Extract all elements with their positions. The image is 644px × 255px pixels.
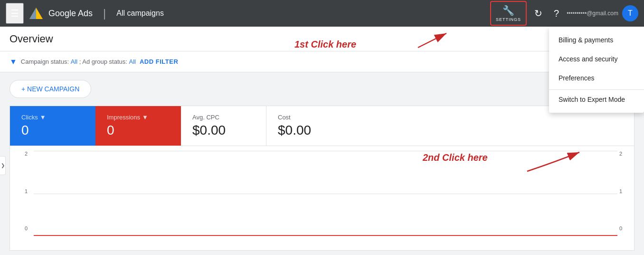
y-label-1-left: 1 bbox=[25, 188, 28, 194]
add-filter-button[interactable]: ADD FILTER bbox=[140, 58, 178, 65]
chart-baseline bbox=[34, 235, 617, 236]
page-title: Overview bbox=[9, 33, 53, 45]
impressions-value: 0 bbox=[107, 123, 170, 138]
campaign-toolbar: + NEW CAMPAIGN ⬇ DOWNLOAD 💬 FEEDBA... ⋮ bbox=[9, 80, 635, 98]
impressions-label: Impressions ▼ bbox=[107, 114, 170, 121]
page-subtitle: All campaigns bbox=[116, 9, 164, 18]
y-label-2-right: 2 bbox=[619, 151, 622, 157]
settings-button[interactable]: 🔧 SETTINGS bbox=[490, 1, 527, 26]
main-panel: + NEW CAMPAIGN ⬇ DOWNLOAD 💬 FEEDBA... ⋮ bbox=[0, 72, 644, 255]
settings-icon: 🔧 bbox=[502, 5, 514, 16]
avatar[interactable]: T bbox=[622, 5, 638, 21]
settings-label: SETTINGS bbox=[496, 17, 521, 22]
y-label-2-left: 2 bbox=[25, 151, 28, 157]
clicks-dropdown-icon[interactable]: ▼ bbox=[40, 114, 46, 121]
metrics-row: Clicks ▼ 0 Impressions ▼ 0 Avg. CPC $0.0… bbox=[9, 106, 635, 146]
settings-dropdown: Billing & payments Access and security P… bbox=[549, 27, 644, 113]
main-content: ❯ + NEW CAMPAIGN ⬇ DOWNLOAD 💬 FEEDBA... … bbox=[0, 72, 644, 255]
header-left: ☰ Google Ads | All campaigns bbox=[6, 3, 164, 24]
y-label-1-right: 1 bbox=[619, 188, 622, 194]
google-ads-logo bbox=[28, 6, 44, 21]
filter-bar: ▼ Campaign status: All ; Ad group status… bbox=[0, 51, 644, 72]
grid-line-mid bbox=[34, 194, 617, 194]
avg-cpc-metric: Avg. CPC $0.00 bbox=[181, 106, 266, 146]
preferences-item[interactable]: Preferences bbox=[549, 69, 644, 88]
cost-metric: Cost $0.00 bbox=[266, 106, 352, 146]
avg-cpc-value: $0.00 bbox=[192, 123, 255, 138]
billing-payments-item[interactable]: Billing & payments bbox=[549, 30, 644, 49]
chart-grid bbox=[34, 151, 617, 236]
avg-cpc-label: Avg. CPC bbox=[192, 114, 255, 121]
grid-line-top bbox=[34, 151, 617, 151]
impressions-metric: Impressions ▼ 0 bbox=[95, 106, 181, 146]
impressions-dropdown-icon[interactable]: ▼ bbox=[142, 114, 148, 121]
header-divider: | bbox=[103, 7, 106, 20]
refresh-button[interactable]: ↻ bbox=[530, 4, 546, 23]
ad-group-status-link[interactable]: All bbox=[129, 58, 136, 65]
clicks-label: Clicks ▼ bbox=[21, 114, 84, 121]
filter-campaign-label: Campaign status: All ; Ad group status: … bbox=[21, 58, 136, 65]
chart-y-axis-right: 2 1 0 bbox=[617, 146, 634, 236]
clicks-value: 0 bbox=[21, 123, 84, 138]
chart-y-axis-left: 2 1 0 bbox=[10, 146, 31, 236]
access-security-item[interactable]: Access and security bbox=[549, 49, 644, 69]
hamburger-menu[interactable]: ☰ bbox=[6, 3, 24, 24]
cost-value: $0.00 bbox=[278, 123, 341, 138]
y-label-0-right: 0 bbox=[619, 226, 622, 231]
chart-area: 2 1 0 2 1 0 bbox=[9, 146, 635, 251]
filter-icon: ▼ bbox=[9, 58, 17, 66]
header-right: 🔧 SETTINGS ↻ ? ••••••••••@gmail.com T bbox=[490, 1, 638, 26]
new-campaign-button[interactable]: + NEW CAMPAIGN bbox=[9, 80, 91, 98]
help-button[interactable]: ? bbox=[550, 4, 563, 23]
account-email: ••••••••••@gmail.com bbox=[567, 10, 618, 17]
svg-marker-1 bbox=[29, 8, 36, 19]
sub-header: Overview All time bbox=[0, 27, 644, 51]
campaign-status-link[interactable]: All bbox=[71, 58, 77, 65]
app-title: Google Ads bbox=[48, 9, 93, 19]
sidebar-toggle[interactable]: ❯ bbox=[0, 156, 6, 175]
cost-label: Cost bbox=[278, 114, 341, 121]
y-label-0-left: 0 bbox=[25, 226, 28, 231]
header: ☰ Google Ads | All campaigns 🔧 SETTINGS … bbox=[0, 0, 644, 27]
switch-expert-mode-item[interactable]: Switch to Expert Mode bbox=[549, 89, 644, 109]
clicks-metric: Clicks ▼ 0 bbox=[10, 106, 95, 146]
